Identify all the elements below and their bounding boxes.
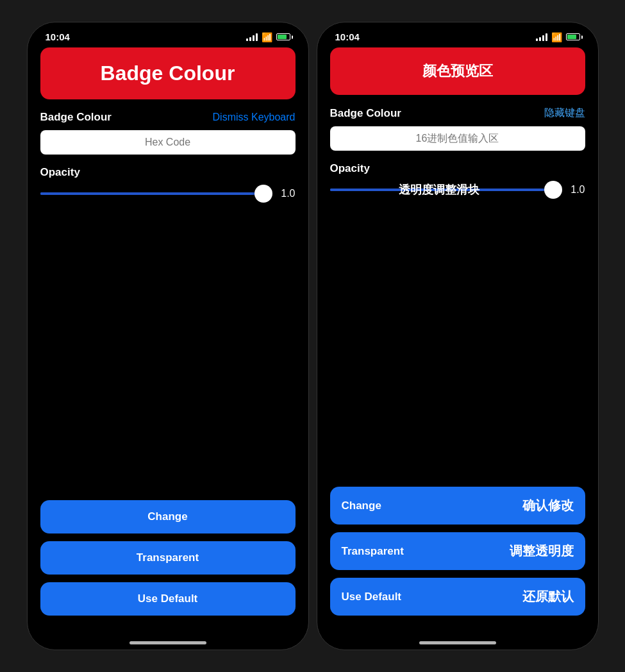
right-signal-icon xyxy=(536,33,547,41)
right-buttons-area: Change 确认修改 Transparent 调整透明度 Use Defaul… xyxy=(330,487,585,616)
right-use-default-annotation: 还原默认 xyxy=(522,588,574,605)
left-phone-content: Badge Colour Badge Colour Dismiss Keyboa… xyxy=(28,47,308,635)
left-preview-text: Badge Colour xyxy=(101,62,235,85)
right-slider-row: 透明度调整滑块 1.0 xyxy=(330,184,585,196)
left-slider-thumb[interactable] xyxy=(254,185,272,203)
left-slider-fill xyxy=(40,192,251,195)
left-slider-row: 1.0 xyxy=(40,188,296,199)
right-battery-icon xyxy=(566,33,580,40)
right-slider-track[interactable]: 透明度调整滑块 xyxy=(330,189,560,191)
left-hex-input[interactable] xyxy=(40,130,296,155)
left-dismiss-keyboard[interactable]: Dismiss Keyboard xyxy=(213,112,296,123)
signal-icon xyxy=(246,33,258,41)
left-status-icons: 📶 xyxy=(246,32,290,42)
right-slider-value: 1.0 xyxy=(567,184,585,196)
left-transparent-button[interactable]: Transparent xyxy=(40,541,296,575)
right-section-label: Badge Colour xyxy=(330,107,401,120)
right-phone-content: 颜色预览区 Badge Colour 隐藏键盘 Opacity 透明度调整滑块 … xyxy=(317,47,598,635)
right-hex-input[interactable] xyxy=(330,126,585,151)
right-opacity-label: Opacity xyxy=(330,162,585,175)
right-change-button[interactable]: Change 确认修改 xyxy=(330,487,585,525)
right-use-default-button[interactable]: Use Default 还原默认 xyxy=(330,578,585,616)
left-preview-banner: Badge Colour xyxy=(40,47,296,99)
right-preview-text: 颜色预览区 xyxy=(422,63,493,79)
right-phone: 10:04 📶 颜色预览区 Badge Colour 隐藏 xyxy=(317,22,599,650)
right-status-icons: 📶 xyxy=(536,32,580,42)
left-use-default-button[interactable]: Use Default xyxy=(40,582,296,616)
left-buttons-area: Change Transparent Use Default xyxy=(40,500,296,616)
left-slider-value: 1.0 xyxy=(278,188,296,199)
left-change-button[interactable]: Change xyxy=(40,500,296,533)
right-change-label: Change xyxy=(342,500,381,512)
right-change-annotation: 确认修改 xyxy=(522,497,574,514)
right-home-indicator xyxy=(419,641,496,644)
wifi-icon: 📶 xyxy=(262,32,272,42)
right-wifi-icon: 📶 xyxy=(551,32,562,42)
right-time: 10:04 xyxy=(335,31,360,42)
right-transparent-annotation: 调整透明度 xyxy=(510,542,574,560)
left-home-indicator xyxy=(129,641,206,644)
right-transparent-button[interactable]: Transparent 调整透明度 xyxy=(330,532,585,570)
right-preview-banner: 颜色预览区 xyxy=(330,47,585,95)
right-status-bar: 10:04 📶 xyxy=(317,22,598,47)
left-section-header: Badge Colour Dismiss Keyboard xyxy=(40,111,296,124)
left-slider-track[interactable] xyxy=(40,192,270,195)
right-transparent-label: Transparent xyxy=(342,545,404,558)
left-opacity-label: Opacity xyxy=(40,166,296,179)
right-dismiss-keyboard[interactable]: 隐藏键盘 xyxy=(544,106,585,120)
right-slider-thumb[interactable] xyxy=(544,181,562,199)
battery-icon xyxy=(276,33,290,40)
left-section-label: Badge Colour xyxy=(40,111,112,124)
left-time: 10:04 xyxy=(46,31,70,42)
right-slider-annotation: 透明度调整滑块 xyxy=(399,182,479,197)
right-section-header: Badge Colour 隐藏键盘 xyxy=(330,106,585,120)
left-phone: 10:04 📶 Badge Colour Badge Colour xyxy=(27,22,309,650)
left-status-bar: 10:04 📶 xyxy=(28,22,308,47)
right-use-default-label: Use Default xyxy=(342,591,402,603)
